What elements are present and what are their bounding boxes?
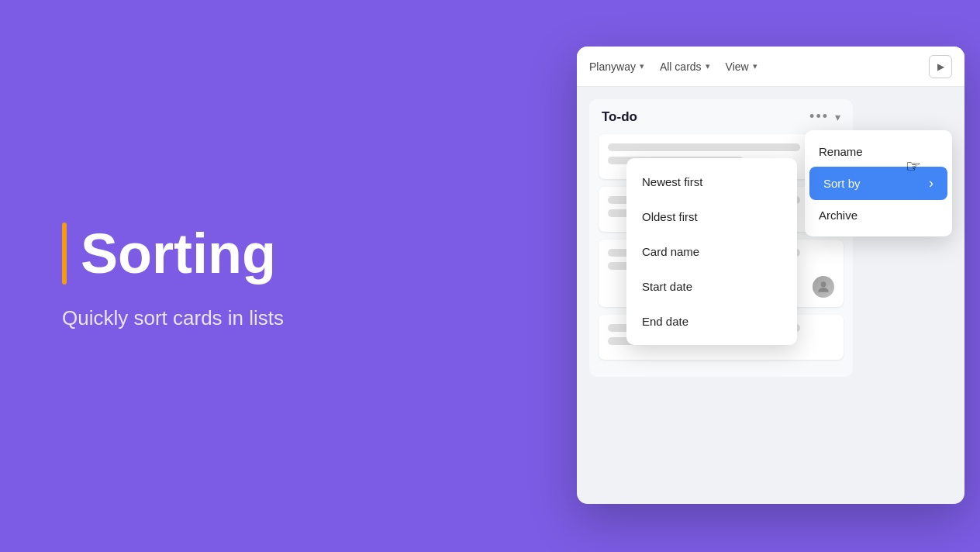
svg-point-0	[821, 281, 826, 287]
sort-oldest-first[interactable]: Oldest first	[626, 199, 797, 234]
nav-view-chevron: ▾	[753, 61, 757, 71]
rename-label: Rename	[819, 145, 863, 158]
nav-planyway[interactable]: Planyway ▾	[589, 60, 644, 73]
sort-card-name[interactable]: Card name	[626, 234, 797, 269]
list-actions: ••• ▾	[809, 109, 840, 125]
context-menu-archive[interactable]: Archive	[805, 200, 952, 230]
nav-sidebar-toggle[interactable]: ▶	[929, 55, 952, 78]
title-accent-bar	[62, 223, 67, 285]
sort-submenu: Newest first Oldest first Card name Star…	[626, 158, 797, 345]
sort-end-date[interactable]: End date	[626, 304, 797, 339]
nav-bar: Planyway ▾ All cards ▾ View ▾ ▶	[577, 47, 964, 87]
board-area: To-do ••• ▾	[577, 87, 964, 389]
list-header: To-do ••• ▾	[599, 109, 844, 125]
nav-planyway-label: Planyway	[589, 60, 636, 73]
sort-by-chevron: ›	[929, 175, 933, 191]
sort-newest-first[interactable]: Newest first	[626, 164, 797, 199]
list-dots-button[interactable]: •••	[809, 109, 829, 125]
title-wrapper: Sorting	[62, 223, 481, 285]
nav-view[interactable]: View ▾	[726, 60, 757, 73]
page-subtitle: Quickly sort cards in lists	[62, 306, 481, 330]
page-title: Sorting	[81, 226, 276, 281]
list-chevron-button[interactable]: ▾	[835, 111, 840, 123]
sidebar-icon: ▶	[937, 61, 944, 72]
left-panel: Sorting Quickly sort cards in lists	[0, 0, 481, 552]
avatar	[813, 276, 834, 298]
nav-all-cards[interactable]: All cards ▾	[660, 60, 710, 73]
card-line	[608, 143, 800, 151]
list-title: To-do	[602, 109, 637, 125]
avatar-image	[813, 276, 834, 298]
sort-by-label: Sort by	[823, 177, 861, 190]
context-menu: Rename Sort by › Archive ☞ Newest first …	[805, 130, 952, 236]
nav-all-cards-label: All cards	[660, 60, 702, 73]
sort-start-date[interactable]: Start date	[626, 269, 797, 304]
context-menu-rename[interactable]: Rename	[805, 136, 952, 167]
archive-label: Archive	[819, 209, 858, 222]
context-menu-sort-by[interactable]: Sort by ›	[809, 167, 947, 200]
nav-all-cards-chevron: ▾	[706, 61, 710, 71]
app-window: Planyway ▾ All cards ▾ View ▾ ▶ To-do ••…	[577, 47, 964, 504]
nav-view-label: View	[726, 60, 749, 73]
nav-planyway-chevron: ▾	[640, 61, 644, 71]
